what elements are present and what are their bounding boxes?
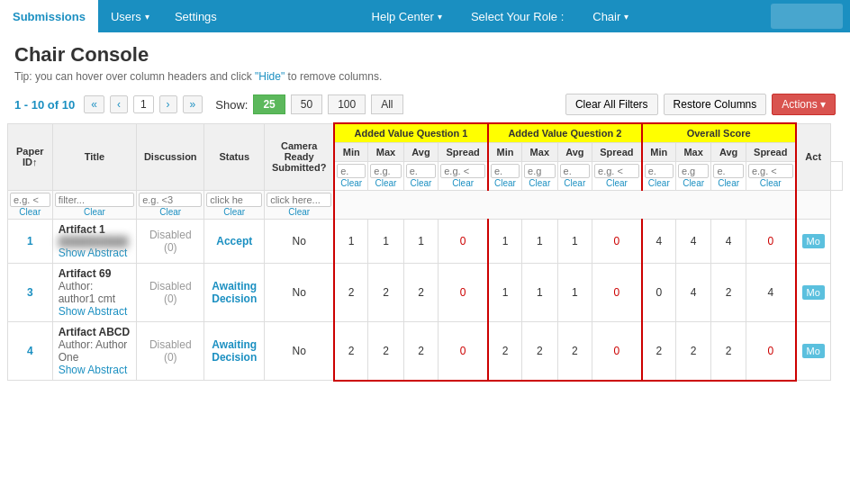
g1-max-cell: 1 xyxy=(368,220,403,264)
grp1-s3-filter[interactable] xyxy=(440,164,485,178)
grp1-s0-clear[interactable]: Clear xyxy=(337,178,366,188)
title-clear[interactable]: Clear xyxy=(55,207,135,217)
grp3-s1-clear[interactable]: Clear xyxy=(678,178,709,188)
grp1-s3-clear[interactable]: Clear xyxy=(440,178,485,188)
sub-Max-1[interactable]: Max xyxy=(368,143,403,162)
g2-min-cell: 2 xyxy=(488,322,522,381)
actions-btn[interactable]: Actions ▾ xyxy=(772,94,836,115)
grp1-s1-filter[interactable] xyxy=(370,164,401,178)
paper-id-filter[interactable] xyxy=(10,193,50,207)
grp2-s3-filter[interactable] xyxy=(594,164,639,178)
grp3-s3-clear[interactable]: Clear xyxy=(748,178,793,188)
grp2-s0-filter[interactable] xyxy=(491,164,520,178)
show-abstract-link[interactable]: Show Abstract xyxy=(59,247,131,259)
show-abstract-link[interactable]: Show Abstract xyxy=(59,364,131,376)
clear-all-filters-btn[interactable]: Clear All Filters xyxy=(565,94,658,115)
pag-prev-btn[interactable]: ‹ xyxy=(110,95,128,113)
grp2-s1-filter[interactable] xyxy=(524,164,555,178)
col-camera[interactable]: Camera Ready Submitted? xyxy=(265,123,334,191)
author-name: Author: Author One xyxy=(59,338,131,364)
group3-header: Overall Score xyxy=(642,123,796,143)
show-50-btn[interactable]: 50 xyxy=(291,94,322,114)
restore-columns-btn[interactable]: Restore Columns xyxy=(664,94,767,115)
more-btn[interactable]: Mo xyxy=(802,234,825,248)
grp2-s2-filter[interactable] xyxy=(560,164,591,178)
show-25-btn[interactable]: 25 xyxy=(253,94,285,114)
paper-id-clear[interactable]: Clear xyxy=(10,207,50,217)
grp3-s0-filter[interactable] xyxy=(645,164,674,178)
g2-spread-cell: 0 xyxy=(592,264,642,322)
more-btn[interactable]: Mo xyxy=(802,344,825,358)
sub-Max-9[interactable]: Max xyxy=(675,143,710,162)
show-100-btn[interactable]: 100 xyxy=(328,94,366,114)
grp1-s2-clear[interactable]: Clear xyxy=(406,178,437,188)
g2-avg-cell: 1 xyxy=(557,220,592,264)
sub-Spread-7[interactable]: Spread xyxy=(592,143,642,162)
title-cell: Artifact 69 Author: author1 cmt Show Abs… xyxy=(52,264,137,322)
col-title[interactable]: Title xyxy=(52,123,137,191)
camera-filter[interactable] xyxy=(267,193,331,207)
sub-Avg-2[interactable]: Avg xyxy=(403,143,439,162)
pag-last-btn[interactable]: » xyxy=(183,95,203,113)
status-filter[interactable] xyxy=(206,193,262,207)
nav-users[interactable]: Users ▾ xyxy=(98,0,162,32)
top-nav: Submissions Users ▾ Settings Help Center… xyxy=(0,0,850,32)
col-discussion[interactable]: Discussion xyxy=(137,123,204,191)
nav-settings[interactable]: Settings xyxy=(162,0,230,32)
grp2-s1-clear[interactable]: Clear xyxy=(524,178,555,188)
discussion-filter[interactable] xyxy=(139,193,202,207)
author-name: Author: author1 cmt xyxy=(59,280,131,305)
grp2-s2-clear[interactable]: Clear xyxy=(560,178,591,188)
show-abstract-link[interactable]: Show Abstract xyxy=(59,305,131,318)
nav-help-center[interactable]: Help Center ▾ xyxy=(359,10,455,23)
sub-Spread-11[interactable]: Spread xyxy=(746,143,795,162)
sub-Min-0[interactable]: Min xyxy=(334,143,368,162)
sub-Avg-6[interactable]: Avg xyxy=(557,143,592,162)
col-act: Act xyxy=(796,123,831,191)
grp1-s2-filter[interactable] xyxy=(406,164,437,178)
artifact-title: Artifact ABCD xyxy=(59,326,131,338)
status-cell: Accept xyxy=(204,220,265,264)
paper-id-cell[interactable]: 3 xyxy=(8,264,53,322)
grp3-s2-filter[interactable] xyxy=(713,164,744,178)
g1-avg-cell: 2 xyxy=(403,322,439,381)
group2-header: Added Value Question 2 xyxy=(488,123,642,143)
discussion-clear[interactable]: Clear xyxy=(139,207,202,217)
grp3-s3-filter[interactable] xyxy=(748,164,793,178)
grp2-s3-clear[interactable]: Clear xyxy=(594,178,639,188)
show-label: Show: xyxy=(215,98,248,112)
nav-submissions[interactable]: Submissions xyxy=(0,0,98,32)
col-status[interactable]: Status xyxy=(204,123,265,191)
grp3-s0-clear[interactable]: Clear xyxy=(645,178,674,188)
sub-Avg-10[interactable]: Avg xyxy=(711,143,746,162)
camera-clear[interactable]: Clear xyxy=(267,207,331,217)
title-filter[interactable] xyxy=(55,193,135,207)
grp3-s2-clear[interactable]: Clear xyxy=(713,178,744,188)
sub-Spread-3[interactable]: Spread xyxy=(439,143,488,162)
g3-spread-cell: 0 xyxy=(746,220,795,264)
sub-Min-4[interactable]: Min xyxy=(488,143,522,162)
pag-next-btn[interactable]: › xyxy=(159,95,177,113)
status-clear[interactable]: Clear xyxy=(206,207,262,217)
group1-header: Added Value Question 1 xyxy=(334,123,488,143)
sub-Min-8[interactable]: Min xyxy=(642,143,676,162)
sub-Max-5[interactable]: Max xyxy=(522,143,557,162)
grp3-s1-filter[interactable] xyxy=(678,164,709,178)
grp1-s0-filter[interactable] xyxy=(337,164,366,178)
user-avatar-area[interactable] xyxy=(771,4,843,29)
nav-chair[interactable]: Chair ▾ xyxy=(580,10,641,23)
grp2-s0-clear[interactable]: Clear xyxy=(491,178,520,188)
grp1-s1-clear[interactable]: Clear xyxy=(370,178,401,188)
hide-link[interactable]: "Hide" xyxy=(255,70,285,83)
col-paper-id[interactable]: Paper ID↑ xyxy=(8,123,53,191)
page-title: Chair Console xyxy=(14,43,836,67)
more-btn[interactable]: Mo xyxy=(802,285,825,300)
status-cell: Awaiting Decision xyxy=(204,264,265,322)
show-all-btn[interactable]: All xyxy=(371,94,402,114)
pag-first-btn[interactable]: « xyxy=(84,95,104,113)
discussion-cell: Disabled (0) xyxy=(137,220,204,264)
paper-id-cell[interactable]: 1 xyxy=(8,220,53,264)
g3-spread-cell: 0 xyxy=(746,322,795,381)
paper-id-cell[interactable]: 4 xyxy=(8,322,53,381)
g2-min-cell: 1 xyxy=(488,220,522,264)
